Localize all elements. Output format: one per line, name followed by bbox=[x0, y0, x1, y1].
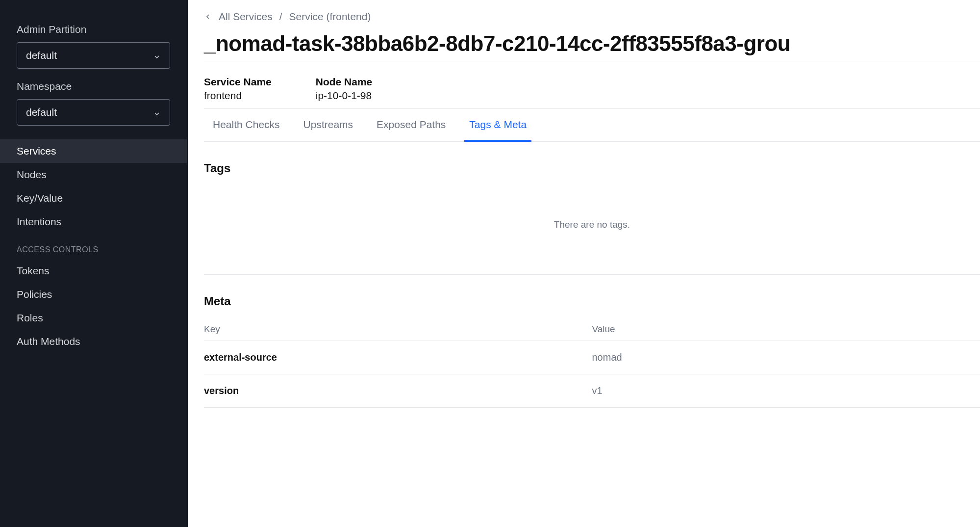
meta-value: nomad bbox=[592, 341, 980, 374]
meta-value-header: Value bbox=[592, 318, 980, 341]
sidebar-item-policies[interactable]: Policies bbox=[0, 283, 187, 306]
admin-partition-select[interactable]: default bbox=[17, 42, 170, 69]
tags-section-title: Tags bbox=[204, 161, 980, 175]
namespace-select[interactable]: default bbox=[17, 99, 170, 126]
node-name-value: ip-10-0-1-98 bbox=[316, 90, 373, 102]
main-content: All Services / Service (frontend) _nomad… bbox=[188, 0, 980, 527]
sidebar-item-tokens[interactable]: Tokens bbox=[0, 259, 187, 283]
meta-key-header: Key bbox=[204, 318, 592, 341]
namespace-label: Namespace bbox=[17, 80, 170, 92]
node-name-block: Node Name ip-10-0-1-98 bbox=[316, 76, 373, 102]
service-name-label: Service Name bbox=[204, 76, 272, 88]
table-row: version v1 bbox=[204, 374, 980, 408]
service-info-row: Service Name frontend Node Name ip-10-0-… bbox=[204, 76, 980, 102]
access-controls-label: ACCESS CONTROLS bbox=[0, 234, 187, 259]
breadcrumb-all-services[interactable]: All Services bbox=[219, 11, 273, 23]
meta-key: version bbox=[204, 374, 592, 408]
breadcrumb: All Services / Service (frontend) bbox=[204, 11, 980, 23]
sidebar-item-roles[interactable]: Roles bbox=[0, 306, 187, 330]
sidebar: Admin Partition default Namespace defaul… bbox=[0, 0, 188, 527]
chevron-down-icon bbox=[153, 52, 161, 59]
breadcrumb-separator: / bbox=[279, 11, 282, 23]
tab-health-checks[interactable]: Health Checks bbox=[213, 119, 280, 141]
namespace-section: Namespace default bbox=[0, 80, 187, 126]
tags-empty-message: There are no tags. bbox=[204, 185, 980, 275]
sidebar-item-nodes[interactable]: Nodes bbox=[0, 163, 187, 186]
node-name-label: Node Name bbox=[316, 76, 373, 88]
breadcrumb-service-frontend[interactable]: Service (frontend) bbox=[289, 11, 371, 23]
primary-nav: Services Nodes Key/Value Intentions ACCE… bbox=[0, 139, 187, 353]
meta-key: external-source bbox=[204, 341, 592, 374]
service-name-block: Service Name frontend bbox=[204, 76, 272, 102]
sidebar-item-key-value[interactable]: Key/Value bbox=[0, 186, 187, 210]
meta-section-title: Meta bbox=[204, 294, 980, 308]
tab-tags-meta[interactable]: Tags & Meta bbox=[469, 119, 527, 141]
meta-value: v1 bbox=[592, 374, 980, 408]
tabs: Health Checks Upstreams Exposed Paths Ta… bbox=[204, 109, 980, 142]
tab-upstreams[interactable]: Upstreams bbox=[303, 119, 353, 141]
chevron-down-icon bbox=[153, 108, 161, 116]
sidebar-item-auth-methods[interactable]: Auth Methods bbox=[0, 330, 187, 353]
admin-partition-section: Admin Partition default bbox=[0, 24, 187, 69]
namespace-value: default bbox=[26, 106, 57, 118]
tab-exposed-paths[interactable]: Exposed Paths bbox=[377, 119, 446, 141]
admin-partition-label: Admin Partition bbox=[17, 24, 170, 35]
chevron-left-icon[interactable] bbox=[204, 13, 212, 21]
admin-partition-value: default bbox=[26, 50, 57, 61]
page-title: _nomad-task-38bba6b2-8db7-c210-14cc-2ff8… bbox=[204, 31, 980, 61]
service-name-value: frontend bbox=[204, 90, 272, 102]
sidebar-item-services[interactable]: Services bbox=[0, 139, 187, 163]
table-row: external-source nomad bbox=[204, 341, 980, 374]
sidebar-item-intentions[interactable]: Intentions bbox=[0, 210, 187, 234]
meta-table: Key Value external-source nomad version … bbox=[204, 318, 980, 408]
